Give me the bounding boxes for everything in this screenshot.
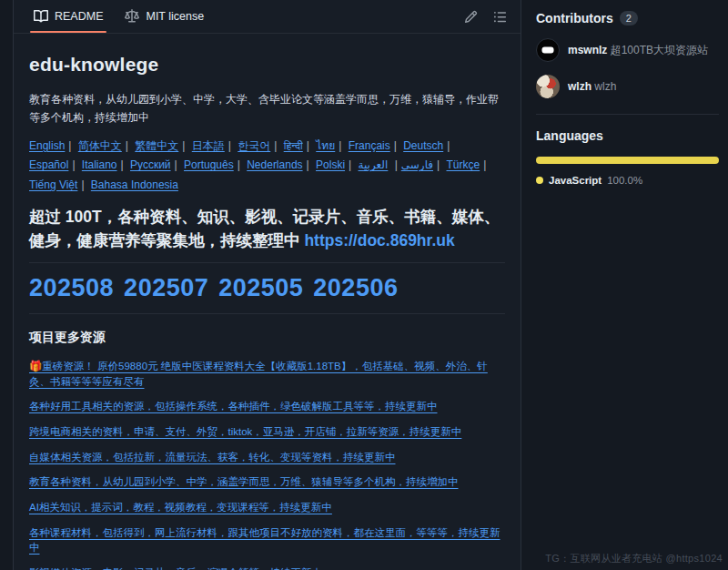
- pipe-separator: |: [121, 158, 124, 171]
- language-link[interactable]: ไทย: [316, 139, 335, 152]
- resource-link[interactable]: 跨境电商相关的资料，申请、支付、外贸，tiktok，亚马逊，开店铺，拉新等资源，…: [29, 424, 505, 440]
- language-percent: 100.0%: [607, 175, 642, 186]
- more-resources-title: 项目更多资源: [29, 330, 505, 346]
- language-link[interactable]: English: [29, 139, 65, 152]
- contributor-row[interactable]: mswnlz 超100TB大坝资源站: [536, 38, 719, 62]
- repo-sidebar: Contributors 2 mswnlz 超100TB大坝资源站 wlzh w…: [522, 0, 728, 570]
- pipe-separator: |: [394, 139, 397, 152]
- month-links: 202508202507202505202506: [29, 274, 505, 314]
- book-icon: [34, 9, 48, 24]
- pipe-separator: |: [72, 158, 75, 171]
- language-link[interactable]: Русский: [130, 158, 171, 171]
- avatar: [536, 38, 560, 62]
- language-link[interactable]: Tiếng Việt: [29, 178, 77, 191]
- language-link[interactable]: Português: [184, 158, 234, 171]
- pipe-separator: |: [483, 158, 486, 171]
- readme-language-links: English| 简体中文| 繁體中文| 日本語| 한국어| हिन्दी| ไ…: [29, 137, 505, 196]
- contributor-desc: wlzh: [594, 80, 616, 93]
- pipe-separator: |: [437, 158, 440, 171]
- resource-link[interactable]: 🎁重磅资源！ 原价59880元 绝版中医课程资料大全【收藏版1.18TB】，包括…: [29, 359, 505, 389]
- language-link[interactable]: Nederlands: [247, 158, 302, 171]
- pipe-separator: |: [175, 158, 177, 171]
- tab-readme-label: README: [55, 10, 103, 23]
- pipe-separator: |: [307, 139, 309, 152]
- pipe-separator: |: [349, 158, 351, 171]
- contributor-row[interactable]: wlzh wlzh: [536, 75, 719, 98]
- language-name[interactable]: JavaScript: [549, 175, 602, 186]
- pipe-separator: |: [81, 178, 84, 191]
- contributor-name[interactable]: mswnlz: [568, 44, 607, 56]
- resource-links: 🎁重磅资源！ 原价59880元 绝版中医课程资料大全【收藏版1.18TB】，包括…: [29, 359, 505, 570]
- contributors-heading: Contributors 2: [536, 11, 719, 25]
- telegram-watermark: TG：互联网从业者充电站 @https1024: [545, 552, 723, 565]
- pipe-separator: |: [395, 158, 398, 171]
- language-link[interactable]: 한국어: [238, 139, 270, 152]
- pipe-separator: |: [274, 139, 277, 152]
- language-link[interactable]: Deutsch: [403, 139, 443, 152]
- readme-card: README MIT license: [13, 0, 521, 570]
- resource-link[interactable]: 各种课程材料，包括得到，网上流行材料，跟其他项目不好放的资料，都在这里面，等等等…: [29, 525, 505, 555]
- doc-site-link[interactable]: https://doc.869hr.uk: [304, 231, 454, 249]
- language-bar[interactable]: [536, 157, 719, 164]
- headline: 超过 100T，各种资料、知识、影视、记录片、音乐、书籍、媒体、健身，健康营养等…: [29, 205, 505, 264]
- language-link[interactable]: Bahasa Indonesia: [91, 178, 178, 191]
- month-link[interactable]: 202508: [29, 274, 114, 301]
- tab-mit-license-label: MIT license: [146, 10, 204, 23]
- month-link[interactable]: 202507: [124, 274, 208, 301]
- list-icon: [493, 10, 507, 24]
- language-link[interactable]: Español: [29, 158, 68, 171]
- month-link[interactable]: 202505: [218, 274, 303, 301]
- resource-link[interactable]: 教育各种资料，从幼儿园到小学、中学，涵盖学而思，万维、猿辅导等多个机构，持续增加…: [29, 474, 505, 490]
- pipe-separator: |: [126, 139, 128, 152]
- resource-link[interactable]: 自媒体相关资源，包括拉新，流量玩法、获客，转化、变现等资料，持续更新中: [29, 450, 505, 465]
- language-link[interactable]: فارسی: [401, 158, 433, 171]
- pencil-icon: [464, 10, 478, 24]
- resource-link[interactable]: 各种好用工具相关的资源，包括操作系统，各种插件，绿色破解版工具等等，持续更新中: [29, 399, 505, 414]
- month-link[interactable]: 202506: [313, 274, 398, 301]
- outline-button[interactable]: [488, 5, 511, 28]
- languages-heading: Languages: [536, 128, 719, 143]
- repo-page: README MIT license: [0, 0, 728, 570]
- page-title: edu-knowlege: [29, 54, 505, 76]
- readme-tabbar: README MIT license: [14, 0, 521, 34]
- tab-readme[interactable]: README: [23, 0, 114, 33]
- law-icon: [125, 9, 139, 24]
- tab-mit-license[interactable]: MIT license: [114, 0, 215, 33]
- pipe-separator: |: [228, 139, 231, 152]
- avatar: [536, 75, 560, 98]
- language-link[interactable]: Italiano: [82, 158, 117, 171]
- contributor-name[interactable]: wlzh: [568, 80, 592, 93]
- pipe-separator: |: [447, 139, 450, 152]
- pipe-separator: |: [307, 158, 309, 171]
- language-link[interactable]: हिन्दी: [284, 139, 303, 152]
- readme-toolbar: [459, 0, 511, 33]
- contributor-desc: 超100TB大坝资源站: [611, 44, 708, 56]
- language-link[interactable]: Türkçe: [447, 158, 480, 171]
- edit-readme-button[interactable]: [459, 5, 482, 28]
- contributors-count-badge: 2: [620, 11, 638, 25]
- resource-link[interactable]: 影视媒体资源，电影，记录片，音乐，演唱会等等，持续更新中: [29, 565, 505, 570]
- pipe-separator: |: [182, 139, 185, 152]
- language-link[interactable]: Polski: [316, 158, 345, 171]
- contributors-title: Contributors: [536, 11, 613, 25]
- readme-content: edu-knowlege 教育各种资料，从幼儿园到小学、中学，大学、含毕业论文等…: [14, 34, 521, 570]
- language-legend-row[interactable]: JavaScript 100.0%: [536, 175, 719, 186]
- language-link[interactable]: 简体中文: [78, 139, 122, 152]
- pipe-separator: |: [68, 139, 71, 152]
- sidebar-divider: [536, 114, 719, 115]
- language-link[interactable]: 日本語: [192, 139, 225, 152]
- language-link[interactable]: العربية: [359, 158, 389, 171]
- language-link[interactable]: 繁體中文: [135, 139, 178, 152]
- repo-description: 教育各种资料，从幼儿园到小学、中学，大学、含毕业论文等涵盖学而思，万维，猿辅导，…: [29, 90, 505, 127]
- pipe-separator: |: [238, 158, 240, 171]
- language-link[interactable]: Français: [349, 139, 390, 152]
- languages-title: Languages: [536, 128, 603, 143]
- resource-link[interactable]: AI相关知识，提示词，教程，视频教程，变现课程等，持续更新中: [29, 500, 505, 515]
- language-color-dot: [536, 177, 543, 184]
- pipe-separator: |: [339, 139, 341, 152]
